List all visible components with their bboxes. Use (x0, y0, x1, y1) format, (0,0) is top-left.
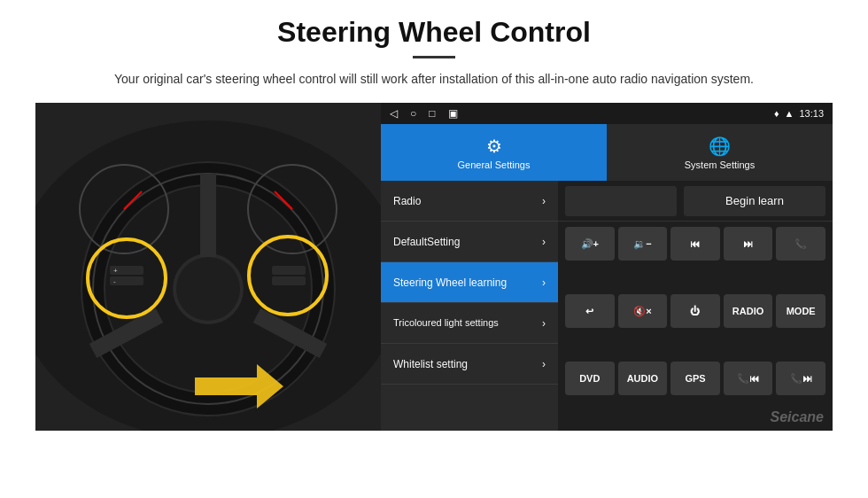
gps-button[interactable]: GPS (670, 362, 720, 395)
mode-label: MODE (787, 306, 816, 316)
page-title: Steering Wheel Control (277, 16, 591, 49)
general-settings-icon: ⚙ (486, 136, 502, 157)
car-image-area: + - (35, 103, 381, 431)
system-settings-icon: 🌐 (709, 136, 731, 157)
menu-item-default-label: DefaultSetting (393, 236, 460, 248)
menu-item-tricoloured-label: Tricoloured light settings (393, 317, 499, 329)
svg-text:+: + (113, 267, 118, 275)
page-container: Steering Wheel Control Your original car… (0, 0, 868, 498)
menu-arrow-steering: › (542, 276, 546, 289)
phone-answer-icon: 📞 (794, 238, 807, 250)
status-bar: ◁ ○ □ ▣ ♦ ▲ 13:13 (381, 103, 833, 124)
nav-home-icon[interactable]: ○ (410, 107, 416, 120)
menu-arrow-radio: › (542, 195, 546, 207)
menu-item-steering[interactable]: Steering Wheel learning › (381, 262, 558, 303)
menu-item-whitelist-label: Whitelist setting (393, 358, 468, 370)
svg-text:-: - (113, 277, 116, 285)
nav-back-icon[interactable]: ◁ (390, 107, 398, 120)
tel-prev-icon: 📞⏮ (737, 373, 759, 385)
menu-item-whitelist[interactable]: Whitelist setting › (381, 344, 558, 385)
mode-button[interactable]: MODE (776, 294, 825, 328)
status-bar-left: ◁ ○ □ ▣ (390, 107, 458, 120)
svg-rect-21 (272, 276, 306, 285)
begin-learn-button[interactable]: Begin learn (684, 186, 825, 216)
audio-button[interactable]: AUDIO (618, 362, 668, 395)
begin-learn-empty-area (565, 186, 677, 216)
menu-item-tricoloured[interactable]: Tricoloured light settings › (381, 303, 558, 344)
vol-up-button[interactable]: 🔊+ (565, 227, 615, 261)
android-ui: ◁ ○ □ ▣ ♦ ▲ 13:13 ⚙ General Settings (381, 103, 833, 431)
begin-learn-row: Begin learn (558, 181, 833, 222)
hang-up-button[interactable]: ↩ (565, 294, 615, 328)
menu-arrow-default: › (542, 236, 546, 248)
radio-label: RADIO (732, 306, 763, 316)
location-icon: ♦ (774, 108, 779, 119)
top-tabs: ⚙ General Settings 🌐 System Settings (381, 124, 833, 181)
menu-arrow-tricoloured: › (542, 317, 546, 330)
mute-button[interactable]: 🔇× (618, 294, 668, 328)
mute-icon: 🔇× (633, 306, 651, 317)
watermark: Seicane (771, 409, 824, 425)
radio-button[interactable]: RADIO (724, 294, 773, 328)
tab-general-label: General Settings (458, 160, 531, 170)
nav-recent-icon[interactable]: □ (429, 107, 435, 120)
status-bar-right: ♦ ▲ 13:13 (774, 108, 824, 119)
subtitle: Your original car's steering wheel contr… (114, 69, 754, 89)
svg-point-6 (176, 257, 240, 321)
menu-arrow-whitelist: › (542, 358, 546, 370)
phone-answer-button[interactable]: 📞 (776, 227, 825, 261)
prev-track-button[interactable]: ⏮ (670, 227, 720, 261)
menu-list: Radio › DefaultSetting › Steering Wheel … (381, 181, 558, 431)
menu-area: Radio › DefaultSetting › Steering Wheel … (381, 181, 833, 431)
vol-down-button[interactable]: 🔉− (618, 227, 668, 261)
menu-item-radio-label: Radio (393, 195, 421, 207)
tab-system[interactable]: 🌐 System Settings (607, 124, 833, 181)
menu-item-radio[interactable]: Radio › (381, 181, 558, 222)
next-track-button[interactable]: ⏭ (724, 227, 773, 261)
right-panel: Begin learn 🔊+ 🔉− ⏮ (558, 181, 833, 431)
next-track-icon: ⏭ (743, 238, 753, 249)
gps-label: GPS (685, 373, 705, 384)
svg-rect-20 (272, 266, 306, 275)
nav-screenshot-icon[interactable]: ▣ (448, 107, 458, 120)
menu-item-steering-label: Steering Wheel learning (393, 276, 507, 289)
status-time: 13:13 (799, 108, 824, 119)
tel-next-button[interactable]: 📞⏭ (776, 362, 825, 395)
power-button[interactable]: ⏻ (670, 294, 720, 328)
tel-next-icon: 📞⏭ (790, 373, 812, 385)
tab-system-label: System Settings (685, 160, 755, 170)
vol-down-icon: 🔉− (633, 238, 651, 250)
audio-label: AUDIO (627, 373, 658, 384)
tel-prev-button[interactable]: 📞⏮ (724, 362, 773, 395)
prev-track-icon: ⏮ (690, 238, 700, 249)
power-icon: ⏻ (690, 306, 700, 316)
dvd-button[interactable]: DVD (565, 362, 615, 395)
menu-item-default[interactable]: DefaultSetting › (381, 222, 558, 262)
content-row: + - ◁ ○ □ (35, 103, 833, 431)
hang-up-icon: ↩ (585, 306, 593, 317)
control-btn-grid: 🔊+ 🔉− ⏮ ⏭ 📞 (558, 222, 833, 431)
title-divider (413, 56, 455, 58)
signal-icon: ▲ (785, 108, 794, 119)
tab-general[interactable]: ⚙ General Settings (381, 124, 607, 181)
vol-up-icon: 🔊+ (581, 238, 599, 250)
dvd-label: DVD (579, 373, 600, 384)
